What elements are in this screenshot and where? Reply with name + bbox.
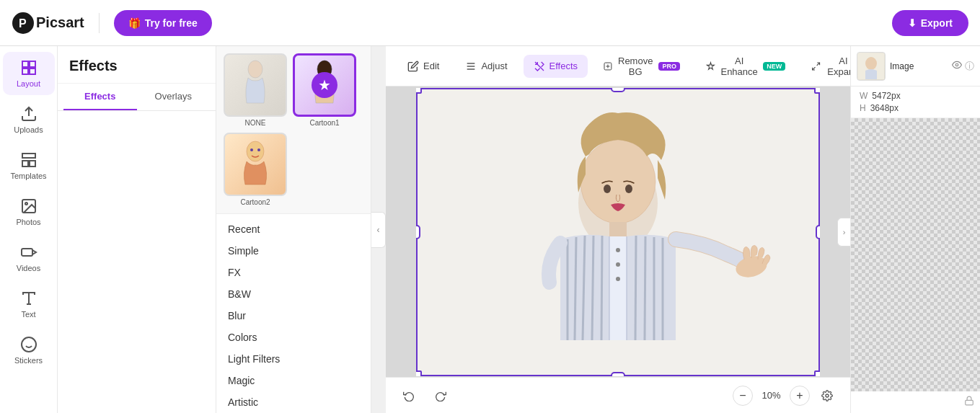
redo-button[interactable] (429, 384, 452, 407)
effects-label: Effects (549, 61, 578, 71)
sidebar-item-templates[interactable]: Templates (3, 144, 55, 187)
category-artistic[interactable]: Artistic (216, 391, 371, 413)
canvas-image[interactable]: ↻ (416, 88, 820, 376)
category-bw[interactable]: B&W (216, 283, 371, 305)
lock-icon[interactable] (964, 396, 974, 409)
bottom-bar: − 10% + (386, 377, 850, 413)
redo-icon (435, 390, 446, 401)
width-row: W 5472px (860, 91, 971, 101)
layer-name: Image (890, 61, 948, 71)
thumb-none[interactable]: NONE (224, 53, 287, 127)
svg-rect-8 (22, 161, 28, 166)
sidebar-stickers-label: Stickers (14, 356, 43, 365)
category-light-filters[interactable]: Light Filters (216, 348, 371, 370)
svg-point-18 (248, 61, 262, 78)
remove-bg-badge: PRO (658, 62, 680, 71)
toolbar: Edit Adjust Effects Remove BG PRO (386, 46, 850, 86)
remove-bg-button[interactable]: Remove BG PRO (593, 50, 690, 83)
category-fx[interactable]: FX (216, 262, 371, 283)
tab-overlays[interactable]: Overlays (137, 84, 211, 110)
layer-thumb-image (858, 53, 884, 79)
woman-illustration (416, 88, 820, 376)
sidebar-item-uploads[interactable]: Uploads (3, 98, 55, 141)
ai-enhance-icon (706, 61, 715, 72)
effects-icon (534, 61, 545, 72)
canvas-settings-button[interactable] (816, 384, 839, 407)
svg-point-39 (616, 262, 620, 267)
category-recent[interactable]: Recent (216, 218, 371, 240)
effects-button[interactable]: Effects (524, 55, 588, 78)
adjust-button[interactable]: Adjust (455, 55, 517, 78)
expand-right-arrow[interactable]: › (837, 218, 850, 247)
thumb-none-figure (234, 56, 277, 114)
svg-point-33 (625, 185, 632, 193)
svg-point-38 (616, 248, 620, 252)
edit-button[interactable]: Edit (397, 55, 449, 78)
sidebar-item-layout[interactable]: Layout (3, 52, 55, 95)
export-label: Export (921, 17, 953, 29)
right-panel-header: Image ⓘ (851, 46, 980, 86)
thumb-cartoon1[interactable]: Cartoon1 (293, 53, 356, 127)
category-blur[interactable]: Blur (216, 305, 371, 327)
try-free-button[interactable]: 🎁 Try for free (114, 10, 212, 36)
svg-rect-2 (22, 61, 28, 67)
layout-icon (20, 59, 37, 76)
width-value: 5472px (872, 91, 900, 101)
topbar: P Picsart 🎁 Try for free ⬇ Export (0, 0, 980, 46)
export-button[interactable]: ⬇ Export (892, 10, 968, 36)
effects-categories-list (58, 111, 216, 413)
thumb-cartoon2[interactable]: Cartoon2 (224, 133, 287, 206)
height-label: H (860, 103, 866, 113)
svg-marker-13 (32, 250, 36, 254)
thumb-cartoon1-img (293, 53, 356, 117)
undo-button[interactable] (397, 384, 420, 407)
adjust-label: Adjust (481, 61, 507, 71)
cartoon1-selected-icon (312, 72, 337, 98)
sidebar-photos-label: Photos (16, 218, 40, 226)
layer-action-icons: ⓘ (952, 60, 974, 73)
visibility-icon[interactable] (952, 60, 962, 73)
svg-point-11 (25, 203, 27, 205)
ai-expand-label: AI Expand (826, 55, 850, 77)
svg-point-44 (865, 57, 877, 70)
zoom-out-button[interactable]: − (733, 386, 753, 406)
category-colors[interactable]: Colors (216, 327, 371, 348)
tab-effects[interactable]: Effects (63, 84, 137, 110)
svg-text:P: P (19, 17, 27, 30)
try-free-label: Try for free (145, 17, 198, 29)
canvas-area: Edit Adjust Effects Remove BG PRO (386, 46, 850, 413)
effects-panel-title: Effects (58, 46, 216, 84)
svg-point-40 (616, 277, 620, 281)
sidebar-layout-label: Layout (17, 79, 40, 88)
text-icon (20, 290, 37, 307)
right-panel: Image ⓘ W 5472px H 3648px (850, 46, 980, 413)
sidebar-item-text[interactable]: Text (3, 283, 55, 326)
effects-tabs: Effects Overlays (58, 84, 216, 111)
logo-text: Picsart (36, 14, 84, 31)
sidebar-item-photos[interactable]: Photos (3, 190, 55, 234)
canvas-viewport[interactable]: ↻ › (386, 86, 850, 377)
zoom-level: 10% (759, 390, 784, 401)
ai-enhance-button[interactable]: AI Enhance NEW (696, 50, 795, 83)
ai-expand-button[interactable]: AI Expand A (801, 50, 850, 83)
sidebar-templates-label: Templates (10, 172, 46, 180)
canvas-container: ↻ (416, 88, 820, 376)
svg-rect-46 (966, 400, 974, 404)
info-icon[interactable]: ⓘ (965, 60, 974, 73)
svg-point-42 (826, 394, 829, 397)
collapse-panel-button[interactable]: ‹ (371, 212, 386, 248)
effects-panel: Effects Effects Overlays (58, 46, 216, 413)
export-icon: ⬇ (908, 17, 917, 29)
category-simple[interactable]: Simple (216, 240, 371, 262)
templates-icon (20, 151, 37, 169)
videos-icon (20, 244, 37, 261)
sidebar-item-videos[interactable]: Videos (3, 236, 55, 280)
zoom-controls: − 10% + (733, 384, 839, 407)
topbar-left: P Picsart 🎁 Try for free (12, 10, 212, 36)
remove-bg-label: Remove BG (617, 55, 655, 77)
category-magic[interactable]: Magic (216, 370, 371, 391)
zoom-in-button[interactable]: + (790, 386, 810, 406)
thumb-none-img (224, 53, 287, 117)
sidebar-item-stickers[interactable]: Stickers (3, 329, 55, 372)
settings-icon (821, 390, 833, 401)
